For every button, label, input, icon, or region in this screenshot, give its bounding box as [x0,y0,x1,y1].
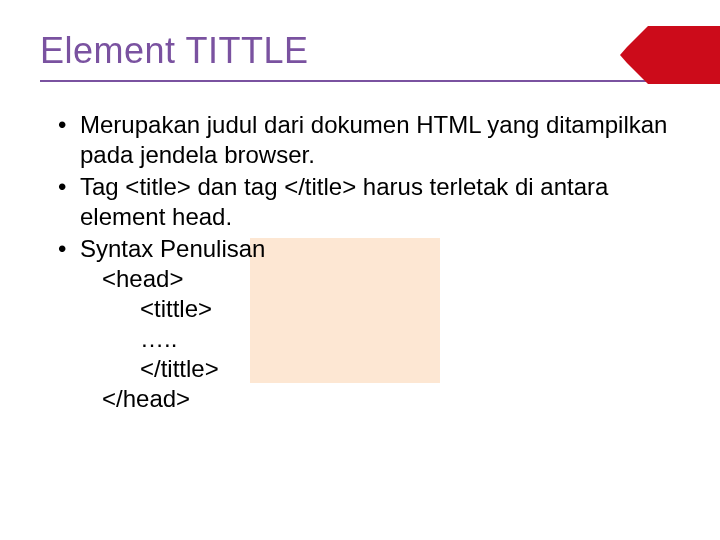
bullet-item: Tag <title> dan tag </title> harus terle… [58,172,680,232]
header: Element TITTLE [40,30,680,72]
svg-marker-4 [620,55,720,63]
code-line: <head> [80,264,680,294]
code-line: <tittle> [80,294,680,324]
code-line: ….. [80,324,680,354]
slide: Element TITTLE Merupakan judul dari doku… [0,0,720,540]
bullet-item: Syntax Penulisan <head> <tittle> ….. </t… [58,234,680,414]
bullet-item: Merupakan judul dari dokumen HTML yang d… [58,110,680,170]
bullet-list: Merupakan judul dari dokumen HTML yang d… [40,110,680,414]
svg-marker-7 [641,77,720,84]
bullet-text: Syntax Penulisan [80,235,265,262]
content-area: Merupakan judul dari dokumen HTML yang d… [40,110,680,414]
logo-graphic [620,20,720,90]
svg-marker-3 [620,47,720,55]
svg-marker-2 [627,40,720,47]
svg-marker-0 [641,26,720,33]
bullet-text: Merupakan judul dari dokumen HTML yang d… [80,111,667,168]
code-line: </tittle> [80,354,680,384]
svg-marker-5 [627,63,720,70]
code-line: </head> [80,384,680,414]
title-underline [40,80,680,82]
svg-marker-1 [634,33,720,40]
bullet-text: Tag <title> dan tag </title> harus terle… [80,173,608,230]
slide-title: Element TITTLE [40,30,308,72]
svg-marker-6 [634,70,720,77]
